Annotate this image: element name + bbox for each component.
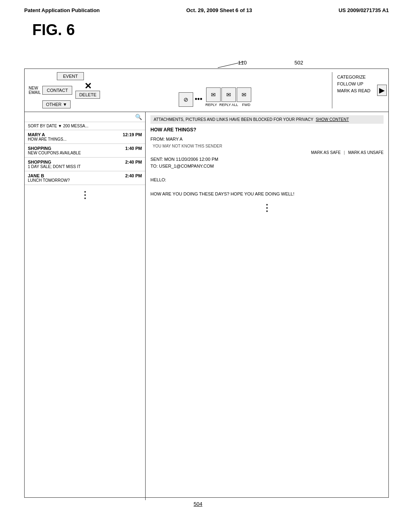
reply-group: ✉ ✉ ✉ REPLY REPLY ALL FWD (204, 87, 254, 107)
dot (266, 210, 268, 212)
safety-links: MARK AS SAFE | MARK AS UNSAFE (150, 150, 384, 156)
toolbar-middle: ⊘ ••• ✉ ✉ ✉ (100, 72, 332, 108)
patent-header-left: Patent Application Publication (24, 7, 100, 13)
sender-warning: YOU MAY NOT KNOW THIS SENDER (150, 143, 384, 150)
email-meta: FROM: MARY A YOU MAY NOT KNOW THIS SENDE… (150, 136, 384, 170)
ref-110: 110 (238, 60, 247, 66)
other-arrow: ▼ (63, 102, 67, 107)
reply-icons-row: ✉ ✉ ✉ (206, 87, 251, 102)
from-line: FROM: MARY A (150, 136, 384, 143)
ellipsis-icon: ••• (195, 95, 202, 107)
message-time: 12:19 PM (123, 132, 142, 137)
toolbar: EVENT NEW EMAIL CONTACT ✕ DELETE (25, 69, 388, 112)
message-item[interactable]: MARY A 12:19 PM HOW ARE THINGS... (25, 130, 145, 144)
reply-button[interactable]: ✉ (206, 87, 221, 102)
fig-title: FIG. 6 (0, 17, 413, 47)
fwd-label: FWD (239, 103, 253, 107)
ref-504: 504 (194, 501, 202, 507)
message-item[interactable]: JANE B 2:40 PM LUNCH TOMORROW? (25, 171, 145, 185)
message-sender: MARY A (28, 132, 45, 137)
block-icon-button[interactable]: ⊘ (179, 92, 193, 107)
show-content-link[interactable]: SHOW CONTENT (316, 117, 349, 122)
message-time: 2:40 PM (125, 173, 142, 178)
reply-all-icon: ✉ (226, 91, 231, 98)
message-item-header: JANE B 2:40 PM (28, 173, 142, 178)
delete-button[interactable]: DELETE (75, 91, 100, 99)
dot (84, 197, 86, 199)
other-button[interactable]: OTHER ▼ (42, 100, 71, 108)
new-email-labels: NEW EMAIL (29, 86, 41, 95)
categorize-button[interactable]: CATEGORIZE (336, 74, 384, 80)
content-area: 🔍 SORT BY DATE ▼ 200 MESSA... MARY A 12:… (25, 112, 388, 500)
email-dots-indicator (150, 198, 384, 218)
privacy-notice: ATTACHMENTS, PICTURES AND LINKS HAVE BEE… (154, 117, 313, 122)
message-time: 1:40 PM (125, 146, 142, 151)
mark-unsafe-link[interactable]: MARK AS UNSAFE (348, 150, 384, 156)
message-item-header: SHOPPING 2:40 PM (28, 160, 142, 164)
event-button[interactable]: EVENT (57, 72, 84, 80)
new-email-wrapper: NEW EMAIL (29, 86, 41, 95)
sort-bar[interactable]: SORT BY DATE ▼ 200 MESSA... (25, 122, 145, 130)
message-preview: NEW COUPONS AVAILABLE (28, 151, 142, 155)
message-sender: SHOPPING (28, 160, 51, 164)
search-icon[interactable]: 🔍 (135, 114, 142, 120)
reply-all-label: REPLY ALL (219, 103, 238, 107)
list-dots-indicator (25, 185, 145, 205)
to-line: TO: USER_1@COMPANY.COM (150, 163, 384, 170)
other-label: OTHER (46, 102, 62, 107)
dot (266, 204, 268, 206)
email-body: HELLO: HOW ARE YOU DOING THESE DAYS? HOP… (150, 177, 384, 198)
email-greeting: HELLO: (150, 177, 384, 184)
privacy-bar: ATTACHMENTS, PICTURES AND LINKS HAVE BEE… (150, 115, 384, 124)
message-list-panel: 🔍 SORT BY DATE ▼ 200 MESSA... MARY A 12:… (25, 112, 146, 500)
mark-safe-link[interactable]: MARK AS SAFE (311, 150, 340, 156)
message-item[interactable]: SHOPPING 1:40 PM NEW COUPONS AVAILABLE (25, 144, 145, 158)
reply-icon: ✉ (211, 91, 216, 98)
message-sender: JANE B (28, 173, 44, 178)
contact-button[interactable]: CONTACT (42, 86, 72, 95)
fwd-button[interactable]: ✉ (237, 87, 251, 102)
toolbar-row3: OTHER ▼ (42, 100, 100, 108)
dot (266, 207, 268, 209)
ref-502: 502 (294, 60, 303, 66)
toolbar-row2: NEW EMAIL CONTACT ✕ DELETE (29, 82, 100, 99)
message-item[interactable]: SHOPPING 2:40 PM 1 DAY SALE; DON'T MISS … (25, 158, 145, 171)
dot (84, 194, 86, 196)
dot (84, 191, 86, 193)
message-time: 2:40 PM (125, 160, 142, 164)
message-preview: LUNCH TOMORROW? (28, 178, 142, 183)
x-icon: ✕ (84, 82, 92, 91)
new-label: NEW (29, 86, 41, 90)
message-preview: 1 DAY SALE; DON'T MISS IT (28, 164, 142, 169)
pipe-separator: | (344, 150, 345, 156)
panel-collapse-arrow[interactable]: ▶ (377, 85, 387, 96)
patent-header-right: US 2009/0271735 A1 (338, 7, 389, 13)
email-subject: HOW ARE THINGS? (150, 127, 384, 133)
main-container: EVENT NEW EMAIL CONTACT ✕ DELETE (24, 69, 389, 498)
message-preview: HOW ARE THINGS... (28, 137, 142, 141)
patent-header-center: Oct. 29, 2009 Sheet 6 of 13 (186, 7, 252, 13)
email-label: EMAIL (29, 90, 41, 95)
message-sender: SHOPPING (28, 146, 51, 151)
message-item-header: SHOPPING 1:40 PM (28, 146, 142, 151)
block-icon: ⊘ (184, 96, 188, 103)
email-body-text: HOW ARE YOU DOING THESE DAYS? HOPE YOU A… (150, 191, 384, 198)
toolbar-right-panel: CATEGORIZE FOLLOW UP MARK AS READ (332, 72, 384, 108)
fwd-icon: ✉ (242, 91, 246, 98)
message-item-header: MARY A 12:19 PM (28, 132, 142, 137)
toolbar-left-section: EVENT NEW EMAIL CONTACT ✕ DELETE (29, 72, 100, 108)
reply-label: REPLY (204, 103, 219, 107)
reply-all-button[interactable]: ✉ (221, 87, 236, 102)
reply-labels-row: REPLY REPLY ALL FWD (204, 103, 254, 107)
email-detail-panel: ATTACHMENTS, PICTURES AND LINKS HAVE BEE… (146, 112, 388, 500)
search-bar: 🔍 (25, 112, 145, 122)
sent-line: SENT: MON 11/20/2006 12:00 PM (150, 156, 384, 163)
toolbar-row1: EVENT (29, 72, 100, 80)
